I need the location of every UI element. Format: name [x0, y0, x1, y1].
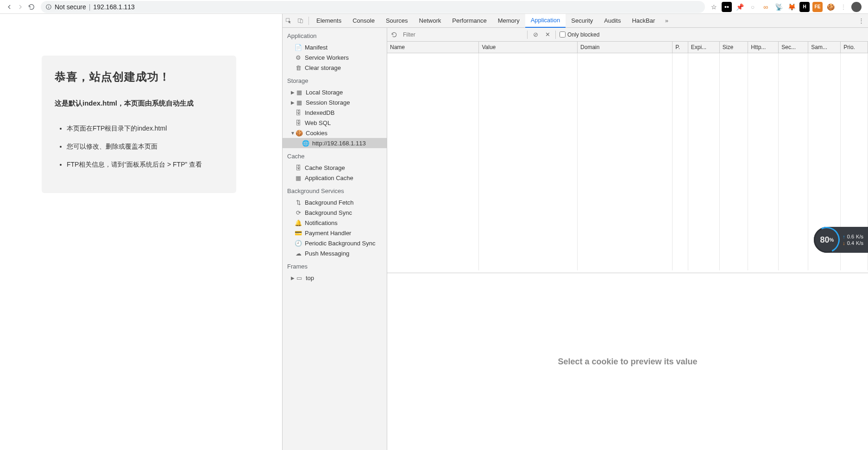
- tab-performance[interactable]: Performance: [447, 14, 492, 28]
- sidebar-item-push-messaging[interactable]: ☁Push Messaging: [283, 248, 387, 258]
- network-monitor-widget[interactable]: 80% ↑0.6K/s ↓0.4K/s: [814, 227, 868, 253]
- sidebar-cookie-origin[interactable]: 🌐http://192.168.1.113: [283, 138, 387, 148]
- chevron-right-icon: ▶: [290, 100, 296, 105]
- sidebar-item-label: Push Messaging: [305, 250, 349, 257]
- info-icon: [45, 4, 52, 10]
- chevron-down-icon: ▼: [290, 131, 296, 136]
- tab-security[interactable]: Security: [566, 14, 598, 28]
- only-blocked-label: Only blocked: [567, 31, 599, 38]
- sidebar-item-indexeddb[interactable]: 🗄IndexedDB: [283, 107, 387, 118]
- sidebar-item-application-cache[interactable]: ▦Application Cache: [283, 173, 387, 183]
- rss-icon[interactable]: 📡: [774, 2, 784, 12]
- sidebar-item-label: Web SQL: [305, 119, 331, 126]
- sidebar-item-label: Application Cache: [305, 175, 353, 181]
- extension-icon[interactable]: ∞: [761, 2, 771, 12]
- tab-sources[interactable]: Sources: [380, 14, 414, 28]
- devtools-menu-button[interactable]: ⋮: [854, 17, 868, 24]
- extension-icon[interactable]: 🍪: [825, 2, 836, 12]
- grid-icon: ▦: [296, 99, 303, 106]
- browser-toolbar: Not secure | 192.168.1.113 ☆ •• 📌 ○ ∞ 📡 …: [0, 0, 868, 14]
- sidebar-item-cache-storage[interactable]: 🗄Cache Storage: [283, 162, 387, 173]
- separator: [308, 17, 309, 25]
- extension-icon[interactable]: ○: [748, 2, 758, 12]
- fetch-icon: ⇅: [295, 199, 302, 206]
- sidebar-item-periodic-sync[interactable]: 🕘Periodic Background Sync: [283, 238, 387, 248]
- col-httponly[interactable]: Http...: [748, 42, 779, 53]
- extension-icon[interactable]: FE: [812, 2, 823, 12]
- tab-elements[interactable]: Elements: [311, 14, 347, 28]
- application-sidebar: Application 📄Manifest ⚙Service Workers 🗑…: [283, 28, 387, 450]
- clock-icon: 🕘: [295, 240, 302, 247]
- extension-icon[interactable]: ••: [722, 2, 732, 12]
- tab-network[interactable]: Network: [414, 14, 447, 28]
- sidebar-item-web-sql[interactable]: 🗄Web SQL: [283, 118, 387, 128]
- upload-icon: ↑: [843, 234, 845, 239]
- col-samesite[interactable]: Sam...: [808, 42, 841, 53]
- globe-icon: 🌐: [302, 140, 309, 147]
- col-value[interactable]: Value: [479, 42, 578, 53]
- devtools-panel: Elements Console Sources Network Perform…: [282, 14, 868, 450]
- col-size[interactable]: Size: [719, 42, 748, 53]
- sidebar-item-top-frame[interactable]: ▶▭top: [283, 273, 387, 283]
- svg-point-1: [48, 6, 49, 6]
- sidebar-item-local-storage[interactable]: ▶▦Local Storage: [283, 87, 387, 97]
- sidebar-item-payment-handler[interactable]: 💳Payment Handler: [283, 228, 387, 238]
- col-secure[interactable]: Sec...: [779, 42, 808, 53]
- col-expires[interactable]: Expi...: [688, 42, 719, 53]
- star-icon[interactable]: ☆: [709, 2, 719, 12]
- cookies-table: Name Value Domain P. Expi... Size Http..…: [387, 42, 868, 270]
- only-blocked-checkbox[interactable]: Only blocked: [560, 31, 599, 38]
- sidebar-item-label: Cookies: [306, 130, 327, 137]
- tab-hackbar[interactable]: HackBar: [626, 14, 660, 28]
- tab-audits[interactable]: Audits: [598, 14, 626, 28]
- separator: [555, 31, 556, 39]
- sidebar-item-label: IndexedDB: [305, 109, 334, 116]
- arrow-left-icon: [6, 3, 13, 11]
- col-priority[interactable]: Prio.: [841, 42, 868, 53]
- clear-button[interactable]: ⊘: [531, 31, 540, 38]
- extension-icon[interactable]: H: [799, 2, 810, 12]
- tab-application[interactable]: Application: [525, 14, 566, 28]
- inspect-button[interactable]: [283, 14, 295, 28]
- page-title: 恭喜，站点创建成功！: [55, 69, 223, 84]
- col-name[interactable]: Name: [387, 42, 479, 53]
- col-domain[interactable]: Domain: [578, 42, 673, 53]
- sidebar-item-cookies[interactable]: ▼🍪Cookies: [283, 128, 387, 138]
- address-bar[interactable]: Not secure | 192.168.1.113: [41, 1, 705, 13]
- sidebar-item-service-workers[interactable]: ⚙Service Workers: [283, 52, 387, 62]
- profile-avatar[interactable]: [851, 2, 862, 12]
- filter-input[interactable]: [403, 30, 523, 39]
- refresh-button[interactable]: [391, 31, 399, 38]
- sidebar-item-label: Background Fetch: [305, 199, 354, 206]
- device-icon: [297, 18, 304, 24]
- tab-console[interactable]: Console: [347, 14, 380, 28]
- device-toggle-button[interactable]: [295, 14, 307, 28]
- only-blocked-input[interactable]: [560, 31, 566, 38]
- gear-icon: ⚙: [295, 54, 302, 61]
- delete-button[interactable]: ✕: [543, 31, 552, 38]
- database-icon: 🗄: [295, 164, 302, 171]
- section-application: Application: [283, 28, 387, 42]
- sidebar-item-label: Local Storage: [306, 89, 343, 96]
- sidebar-item-manifest[interactable]: 📄Manifest: [283, 42, 387, 52]
- sidebar-item-clear-storage[interactable]: 🗑Clear storage: [283, 62, 387, 73]
- frame-icon: ▭: [296, 275, 303, 281]
- download-value: 0.4: [847, 240, 854, 246]
- forward-button[interactable]: [15, 1, 26, 12]
- sidebar-item-session-storage[interactable]: ▶▦Session Storage: [283, 97, 387, 107]
- sidebar-item-label: Background Sync: [305, 209, 352, 216]
- more-tabs-button[interactable]: »: [660, 14, 673, 28]
- sidebar-item-background-sync[interactable]: ⟳Background Sync: [283, 207, 387, 218]
- extension-icon[interactable]: 🦊: [786, 2, 797, 12]
- section-background-services: Background Services: [283, 183, 387, 197]
- tab-memory[interactable]: Memory: [492, 14, 525, 28]
- sidebar-item-notifications[interactable]: 🔔Notifications: [283, 218, 387, 228]
- back-button[interactable]: [4, 1, 15, 12]
- col-path[interactable]: P.: [673, 42, 688, 53]
- extension-icon[interactable]: 📌: [735, 2, 745, 12]
- reload-button[interactable]: [26, 1, 37, 12]
- section-cache: Cache: [283, 148, 387, 162]
- bell-icon: 🔔: [295, 219, 302, 226]
- sidebar-item-background-fetch[interactable]: ⇅Background Fetch: [283, 197, 387, 207]
- sidebar-item-label: Clear storage: [305, 64, 341, 71]
